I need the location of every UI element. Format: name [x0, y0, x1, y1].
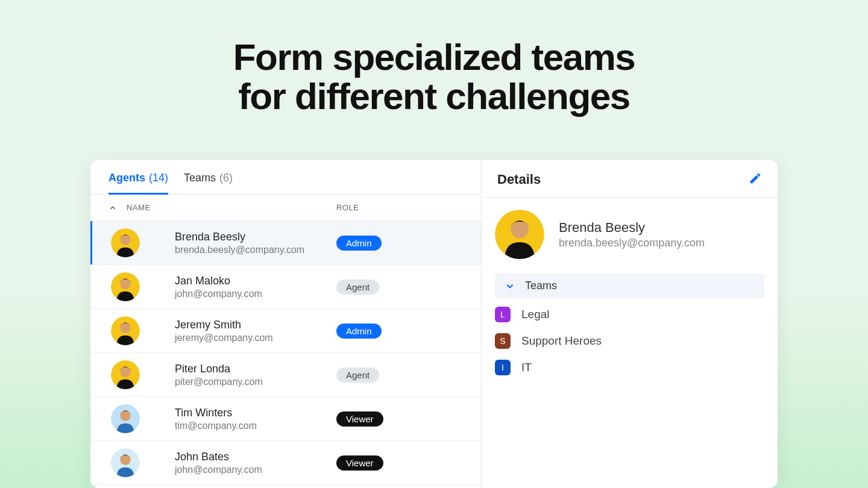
role-badge: Admin	[336, 236, 382, 251]
agent-name: Jan Maloko	[175, 275, 336, 287]
teams-accordion[interactable]: Teams	[495, 274, 764, 298]
agent-email: john@company.com	[175, 289, 336, 299]
role-badge: Admin	[336, 324, 382, 339]
teams-list: LLegalSSupport HeroesIIT	[482, 298, 778, 384]
tab-agents-count: (14)	[149, 172, 168, 184]
table-row[interactable]: John Bates john@company.com Viewer	[90, 441, 481, 485]
agent-email: piter@company.com	[175, 377, 336, 387]
agents-pane: Agents (14) Teams (6) NAME ROLE Brenda B…	[90, 160, 482, 488]
tab-agents[interactable]: Agents (14)	[108, 172, 168, 195]
tab-teams-count: (6)	[219, 172, 233, 184]
table-row[interactable]: Jeremy Smith jeremy@company.com Admin	[90, 309, 481, 353]
details-title: Details	[497, 172, 541, 187]
hero-line-1: Form specialized teams	[0, 37, 868, 77]
pencil-icon	[749, 172, 762, 185]
team-chip: I	[495, 360, 511, 375]
team-item[interactable]: SSupport Heroes	[495, 333, 764, 349]
agents-list: Brenda Beesly brenda.beesly@company.com …	[90, 221, 481, 485]
tab-agents-label: Agents	[108, 172, 145, 184]
avatar	[111, 272, 140, 301]
team-name: IT	[521, 361, 532, 374]
team-item[interactable]: LLegal	[495, 307, 764, 322]
person-name: Brenda Beesly	[559, 220, 705, 236]
selected-person: Brenda Beesly brenda.beesly@company.com	[482, 198, 778, 274]
table-row[interactable]: Piter Londa piter@company.com Agent	[90, 353, 481, 397]
col-name: NAME	[127, 203, 151, 212]
team-chip: L	[495, 307, 511, 322]
table-row[interactable]: Tim Winters tim@company.com Viewer	[90, 397, 481, 441]
hero-line-2: for different challenges	[0, 77, 868, 116]
tab-teams-label: Teams	[184, 172, 216, 184]
team-name: Legal	[521, 308, 550, 321]
avatar	[495, 210, 544, 259]
agent-name: Tim Winters	[175, 407, 336, 419]
team-name: Support Heroes	[521, 334, 602, 348]
agent-email: jeremy@company.com	[175, 333, 336, 343]
agent-name: John Bates	[175, 451, 336, 463]
card: Agents (14) Teams (6) NAME ROLE Brenda B…	[90, 160, 778, 488]
agent-email: john@company.com	[175, 465, 336, 475]
details-header: Details	[482, 160, 778, 198]
role-badge: Agent	[336, 280, 379, 295]
sort-name[interactable]: NAME	[108, 203, 175, 212]
tabs: Agents (14) Teams (6)	[90, 160, 481, 195]
col-role: ROLE	[336, 203, 463, 212]
role-badge: Viewer	[336, 411, 383, 427]
table-row[interactable]: Jan Maloko john@company.com Agent	[90, 265, 481, 309]
role-badge: Viewer	[336, 455, 383, 471]
avatar	[111, 228, 140, 257]
edit-button[interactable]	[749, 172, 762, 187]
teams-header-label: Teams	[525, 280, 557, 292]
person-email: brenda.beesly@company.com	[559, 237, 705, 249]
hero-title: Form specialized teams for different cha…	[0, 0, 868, 116]
avatar	[111, 448, 140, 477]
agent-name: Brenda Beesly	[175, 231, 336, 243]
agent-name: Piter Londa	[175, 363, 336, 375]
agent-name: Jeremy Smith	[175, 319, 336, 331]
agent-email: tim@company.com	[175, 421, 336, 431]
team-item[interactable]: IIT	[495, 360, 764, 375]
table-row[interactable]: Brenda Beesly brenda.beesly@company.com …	[90, 221, 481, 265]
tab-teams[interactable]: Teams (6)	[184, 172, 233, 194]
team-chip: S	[495, 333, 511, 349]
agent-email: brenda.beesly@company.com	[175, 245, 336, 255]
avatar	[111, 316, 140, 345]
column-headers: NAME ROLE	[90, 195, 481, 221]
chevron-up-icon	[108, 204, 117, 212]
avatar	[111, 404, 140, 433]
role-badge: Agent	[336, 368, 379, 383]
chevron-down-icon	[505, 281, 515, 292]
avatar	[111, 360, 140, 389]
details-pane: Details Brenda Beesly brenda.beesly@comp…	[482, 160, 778, 488]
